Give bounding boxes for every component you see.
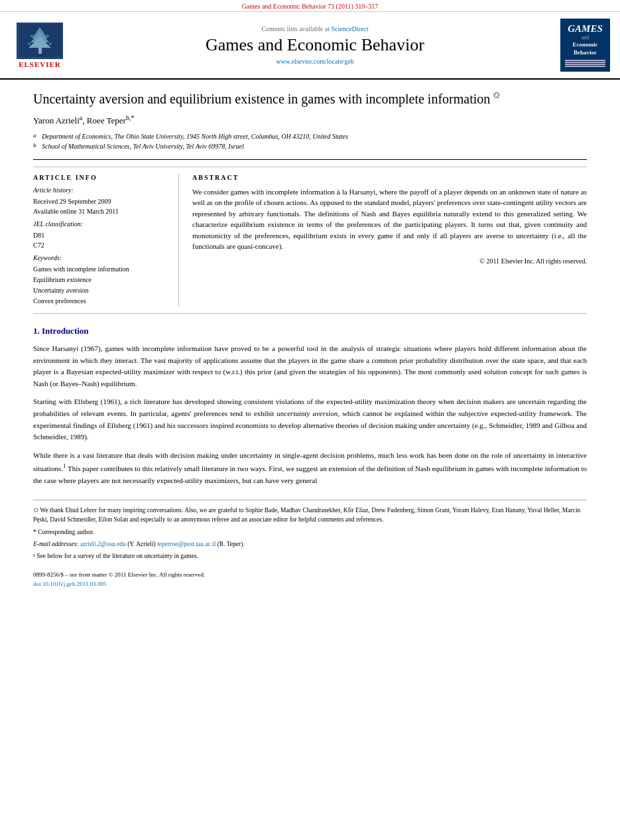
keywords-label: Keywords: <box>33 254 168 261</box>
keywords-list: Games with incomplete information Equili… <box>33 264 168 307</box>
science-direct-link[interactable]: ScienceDirect <box>331 25 368 33</box>
badge-economic: Economic <box>573 41 598 49</box>
header-center: Contents lists available at ScienceDirec… <box>70 25 560 65</box>
email-line: E-mail addresses: azrieli.2@osu.edu (Y. … <box>33 539 587 549</box>
badge-box: GAMES and Economic Behavior <box>560 19 610 72</box>
citation-bar: Games and Economic Behavior 73 (2011) 31… <box>0 0 620 12</box>
svg-point-5 <box>31 35 33 37</box>
history-label: Article history: <box>33 186 168 194</box>
title-star: ✩ <box>490 90 501 100</box>
footnote-star: ✩ We thank Ehud Lehrer for many inspirin… <box>33 506 587 525</box>
intro-para-2: Starting with Ellsberg (1961), a rich li… <box>33 396 587 443</box>
introduction-heading: 1. Introduction <box>33 326 587 336</box>
jel-codes: D81 C72 <box>33 230 168 250</box>
intro-para-1: Since Harsanyi (1967), games with incomp… <box>33 343 587 389</box>
science-direct-label: Contents lists available at ScienceDirec… <box>83 25 547 33</box>
abstract-col: ABSTRACT We consider games with incomple… <box>192 174 587 307</box>
affiliations: a Department of Economics, The Ohio Stat… <box>33 131 587 151</box>
abstract-text: We consider games with incomplete inform… <box>192 186 587 252</box>
abstract-heading: ABSTRACT <box>192 174 587 181</box>
journal-title: Games and Economic Behavior <box>83 35 547 55</box>
tree-graphic <box>17 23 63 59</box>
authors-line: Yaron Azrielia, Roee Teperb,* <box>33 114 587 126</box>
journal-header: ELSEVIER Contents lists available at Sci… <box>0 12 620 80</box>
divider-1 <box>33 159 587 160</box>
copyright: © 2011 Elsevier Inc. All rights reserved… <box>192 257 587 265</box>
affiliation-a: a Department of Economics, The Ohio Stat… <box>33 131 587 141</box>
elsevier-wordmark: ELSEVIER <box>19 60 61 68</box>
citation-text: Games and Economic Behavior 73 (2011) 31… <box>242 3 379 10</box>
journal-badge: GAMES and Economic Behavior <box>560 19 610 72</box>
jel-label: JEL classification: <box>33 220 168 228</box>
svg-rect-1 <box>38 47 42 54</box>
badge-games: GAMES <box>568 23 603 35</box>
bottom-ids: 0899-8256/$ – see front matter © 2011 El… <box>33 571 587 589</box>
main-content: Uncertainty aversion and equilibrium exi… <box>0 80 620 602</box>
received-date: Received 29 September 2009 Available onl… <box>33 196 168 216</box>
affil-b: b,* <box>126 114 135 121</box>
journal-url: www.elsevier.com/locate/geb <box>83 58 547 65</box>
info-abstract-columns: ARTICLE INFO Article history: Received 2… <box>33 167 587 314</box>
footnote-section: ✩ We thank Ehud Lehrer for many inspirin… <box>33 500 587 561</box>
svg-point-7 <box>28 42 31 45</box>
article-info-heading: ARTICLE INFO <box>33 174 168 181</box>
elsevier-logo: ELSEVIER <box>10 23 70 68</box>
svg-point-8 <box>49 42 52 45</box>
article-info-col: ARTICLE INFO Article history: Received 2… <box>33 174 179 307</box>
affiliation-b: b School of Mathematical Sciences, Tel A… <box>33 141 587 151</box>
introduction-section: 1. Introduction Since Harsanyi (1967), g… <box>33 326 587 486</box>
badge-and: and <box>582 35 589 41</box>
corresponding-note: * Corresponding author. <box>33 527 587 537</box>
paper-title: Uncertainty aversion and equilibrium exi… <box>33 90 587 107</box>
author-azrieli: Yaron Azrieli <box>33 115 80 125</box>
intro-para-3: While there is a vast literature that de… <box>33 450 587 486</box>
svg-point-6 <box>46 35 49 37</box>
email2[interactable]: teperroe@post.tau.ac.il <box>157 541 216 547</box>
email1[interactable]: azrieli.2@osu.edu <box>80 541 126 547</box>
badge-decoration <box>564 59 607 68</box>
issn-line: 0899-8256/$ – see front matter © 2011 El… <box>33 571 587 580</box>
author-teper: , Roee Teper <box>82 115 126 125</box>
footnote-1: ¹ See below for a survey of the literatu… <box>33 551 587 561</box>
badge-behavior: Behavior <box>574 49 597 57</box>
doi-line: doi:10.1016/j.geb.2011.03.005 <box>33 580 587 589</box>
